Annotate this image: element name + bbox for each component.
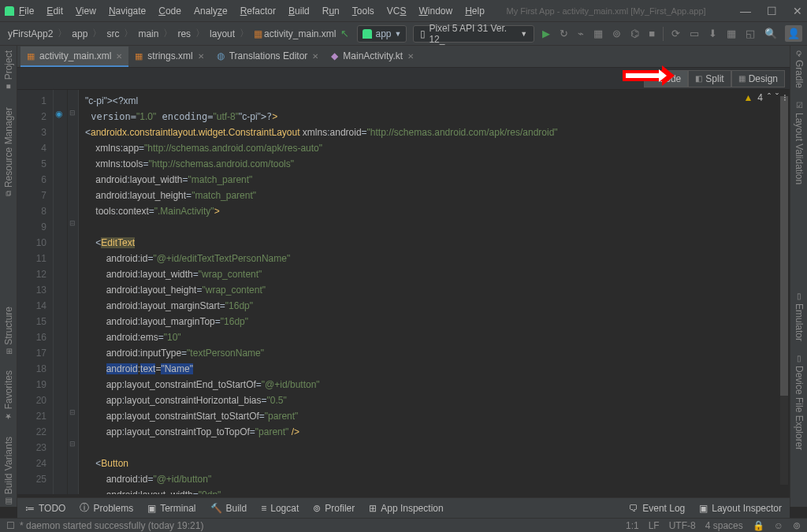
readonly-lock-icon[interactable]: 🔒 [753,520,764,531]
crumb[interactable]: src [103,27,122,41]
tab-activity-main[interactable]: ▦activity_main.xml✕ [20,47,128,67]
problems-tool-button[interactable]: ⓘProblems [80,501,133,515]
minimize-button[interactable]: — [740,5,751,17]
build-variants-tool-button[interactable]: ▤ Build Variants [3,437,14,506]
close-tab-icon[interactable]: ✕ [198,52,204,61]
editor-scrollbar[interactable] [780,96,788,485]
dropdown-icon: ▼ [395,30,402,38]
coverage-icon[interactable]: ▦ [592,26,604,41]
user-icon[interactable]: 👤 [785,25,802,42]
menu-help[interactable]: Help [460,4,489,18]
resource-manager-icon[interactable]: ▦ [725,26,738,41]
crumb[interactable]: res [174,27,194,41]
design-view-button[interactable]: ▦Design [731,70,785,87]
maximize-button[interactable]: ☐ [767,5,777,17]
run-config-label: app [375,28,391,39]
run-button-icon[interactable]: ▶ [541,26,552,41]
ide-settings-icon[interactable]: ⊚ [793,520,801,531]
emulator-tool-button[interactable]: ▯Emulator [794,292,805,341]
device-selector[interactable]: ▯ Pixel 5 API 31 Ver. 12_ ▼ [413,25,534,43]
run-config-selector[interactable]: app ▼ [357,25,407,43]
crumb[interactable]: main [135,27,162,41]
search-icon[interactable]: 🔍 [763,26,779,41]
layout-preview-icon[interactable]: ◉ [55,109,63,119]
up-icon[interactable]: ˆ [768,92,771,103]
todo-tool-button[interactable]: ≔TODO [25,503,65,514]
sync-icon[interactable]: ⟳ [670,26,682,41]
globe-icon: ◍ [217,50,225,61]
stop-icon[interactable]: ■ [647,26,656,41]
structure-tool-button[interactable]: ⊞ Structure [3,307,14,355]
crumb[interactable]: yFirstApp2 [5,27,56,41]
memory-icon[interactable]: ☺ [774,520,783,531]
android-logo-icon [5,6,14,16]
layout-validation-tool-button[interactable]: ☑Layout Validation [794,101,805,184]
left-tool-stripe: ■ Project ⧉ Resource Manager ⊞ Structure… [0,46,17,507]
menu-run[interactable]: Run [318,4,344,18]
crumb[interactable]: ▦activity_main.xml [251,27,339,41]
build-tool-button[interactable]: 🔨Build [210,503,247,514]
tab-main-activity[interactable]: ◆MainActivity.kt✕ [325,47,420,67]
gradle-tool-button[interactable]: ⟳Gradle [794,50,805,88]
more-icon[interactable]: ⁝ [783,92,787,103]
down-icon[interactable]: ˇ [775,92,779,103]
avd-manager-icon[interactable]: ▭ [688,26,701,41]
caret-position[interactable]: 1:1 [626,520,639,531]
menu-code[interactable]: Code [154,4,186,18]
split-view-button[interactable]: ◧Split [688,70,731,87]
menu-window[interactable]: Window [414,4,457,18]
menu-refactor[interactable]: Refactor [236,4,281,18]
warning-icon: ▲ [743,92,753,103]
attach-debugger-icon[interactable]: ⌬ [629,26,641,41]
debug-icon[interactable]: ⌁ [576,26,586,41]
file-encoding[interactable]: UTF-8 [669,520,696,531]
menu-build[interactable]: Build [284,4,314,18]
tab-translations[interactable]: ◍Translations Editor✕ [210,47,325,67]
terminal-icon: ▣ [147,503,156,514]
line-number-gutter[interactable]: 1234567891011121314151617181920212223242… [17,90,54,494]
window-title: My First App - activity_main.xml [My_Fir… [507,6,706,16]
resource-manager-tool-button[interactable]: ⧉ Resource Manager [3,107,14,196]
fold-column[interactable]: ⊟ ⊟ ⊟ ⊟ [68,90,79,494]
code-editor[interactable]: ▲4 ˆ ˇ ⁝ 1234567891011121314151617181920… [17,90,790,494]
code-content[interactable]: "c-pi"><?xml version="1.0" encoding="utf… [79,90,790,494]
device-file-explorer-tool-button[interactable]: ▯Device File Explorer [794,354,805,450]
event-log-tool-button[interactable]: 🗨Event Log [629,503,685,514]
breadcrumbs: yFirstApp2〉 app〉 src〉 main〉 res〉 layout〉… [5,27,339,41]
phone-icon: ▯ [420,28,426,39]
inspection-widget[interactable]: ▲4 ˆ ˇ ⁝ [743,92,787,103]
tab-strings[interactable]: ▦strings.xml✕ [128,47,210,67]
back-arrow-icon[interactable]: ↖ [339,26,351,41]
layout-inspector-tool-button[interactable]: ▣Layout Inspector [699,503,782,514]
menu-edit[interactable]: Edit [42,4,68,18]
inspection-icon: ⊞ [369,503,377,514]
apply-changes-icon[interactable]: ↻ [558,26,570,41]
menu-analyze[interactable]: Analyze [189,4,232,18]
profile-icon[interactable]: ⊚ [611,26,623,41]
sdk-manager-icon[interactable]: ⬇ [707,26,719,41]
menu-navigate[interactable]: Navigate [104,4,151,18]
favorites-tool-button[interactable]: ★ Favorites [3,370,14,421]
menu-tools[interactable]: Tools [348,4,379,18]
android-icon [363,29,372,39]
profiler-tool-button[interactable]: ⊚Profiler [313,503,355,514]
scrollbar-thumb[interactable] [780,96,788,396]
close-tab-icon[interactable]: ✕ [312,52,318,61]
menu-view[interactable]: View [71,4,101,18]
menu-vcs[interactable]: VCS [382,4,411,18]
indent-setting[interactable]: 4 spaces [705,520,743,531]
close-tab-icon[interactable]: ✕ [116,52,122,61]
gutter-icon-column: ◉ [54,90,68,494]
layout-inspector-icon[interactable]: ◱ [744,26,757,41]
menu-file[interactable]: File [14,4,39,18]
app-inspection-tool-button[interactable]: ⊞App Inspection [369,503,443,514]
line-ending[interactable]: LF [649,520,660,531]
crumb[interactable]: layout [206,27,238,41]
terminal-tool-button[interactable]: ▣Terminal [147,503,195,514]
crumb[interactable]: app [69,27,91,41]
logcat-tool-button[interactable]: ≡Logcat [261,503,299,514]
project-tool-button[interactable]: ■ Project [3,50,14,91]
dropdown-icon: ▼ [520,30,527,38]
close-button[interactable]: ✕ [793,5,802,17]
close-tab-icon[interactable]: ✕ [407,52,414,61]
